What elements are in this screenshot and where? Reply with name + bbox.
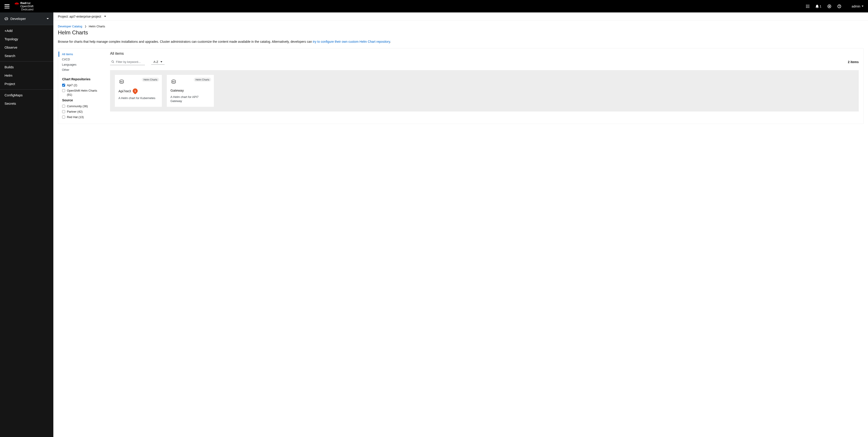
sort-dropdown[interactable]: A-Z [151,59,164,65]
search-icon [112,60,114,64]
filter-search-input[interactable] [110,59,145,65]
annotation-badge: 1 [132,87,139,94]
nav-topology[interactable]: Topology [0,35,53,43]
import-button[interactable] [827,4,831,8]
help-icon: ? [837,4,841,8]
configure-helm-repo-link[interactable]: try to configure their own custom Helm C… [313,40,390,43]
nav-search[interactable]: Search [0,52,53,60]
sidebar: Developer +Add Topology Observe Search B… [0,12,53,437]
code-icon [4,17,8,20]
chart-card-gateway[interactable]: Helm Charts HELM Gateway A Helm chart fo… [166,75,214,107]
nav-helm[interactable]: Helm [0,71,53,80]
nav-configmaps[interactable]: ConfigMaps [0,91,53,99]
nav-project[interactable]: Project [0,80,53,88]
project-dropdown[interactable]: Project: api7-enterprise-project [58,15,106,18]
svg-point-1 [14,4,19,6]
results-toolbar: A-Z 2 items [110,59,859,65]
breadcrumb: Developer Catalog ❯ Helm Charts [58,25,864,28]
perspective-label: Developer [10,17,26,21]
page-description: Browse for charts that help manage compl… [58,39,864,44]
chevron-down-icon [46,18,49,20]
brand-logo[interactable]: RedHat OpenShift Dedicated [14,2,33,11]
caret-down-icon [104,16,106,17]
caret-down-icon [862,6,864,7]
notifications-button[interactable]: 1 [815,4,822,8]
filter-repo-api7-checkbox[interactable] [62,84,65,87]
filter-repo-openshift[interactable]: OpenShift Helm Charts (91) [62,89,101,97]
nav-secrets[interactable]: Secrets [0,99,53,108]
card-description: A Helm chart for Kubernetes [119,96,158,100]
svg-rect-8 [806,7,807,8]
card-title: Gateway [170,88,184,92]
svg-rect-2 [806,5,807,5]
nav-observe[interactable]: Observe [0,43,53,52]
user-name: admin [852,4,860,8]
card-title: Api7ee3 [119,89,131,93]
filter-source-partner[interactable]: Partner (42) [62,110,101,114]
card-description: A Helm chart for API7 Gateway [170,95,210,103]
nav-add[interactable]: +Add [0,26,53,35]
apps-icon[interactable] [806,4,810,8]
filter-source-community[interactable]: Community (36) [62,104,101,108]
card-badge: Helm Charts [142,78,159,82]
main: Project: api7-enterprise-project Develop… [53,12,868,437]
notifications-count: 1 [819,4,822,8]
help-button[interactable]: ? [837,4,841,8]
redhat-icon [14,2,20,6]
topbar: RedHat OpenShift Dedicated 1 ? admin [0,0,868,12]
plus-circle-icon [828,4,831,8]
svg-text:HELM: HELM [171,81,176,83]
cards-container: Helm Charts HELM Api7ee3 1 A Helm chart … [110,70,859,112]
results-heading: All items [110,52,859,56]
filter-repo-openshift-checkbox[interactable] [62,89,65,92]
user-menu[interactable]: admin [847,4,864,8]
filter-type-all[interactable]: All items [59,52,101,57]
caret-down-icon [160,61,162,63]
card-badge: Helm Charts [194,78,211,82]
filter-source-redhat[interactable]: Red Hat (13) [62,115,101,119]
chevron-right-icon: ❯ [85,25,87,28]
filter-source-community-checkbox[interactable] [62,105,65,108]
project-bar: Project: api7-enterprise-project [53,12,868,21]
svg-rect-3 [807,5,808,5]
chart-repos-heading: Chart Repositories [62,77,101,81]
page-title: Helm Charts [58,29,864,36]
nav-builds[interactable]: Builds [0,63,53,71]
catalog: All items CI/CD Languages Other Chart Re… [58,48,864,124]
filter-type-languages[interactable]: Languages [59,62,101,67]
filter-source-redhat-checkbox[interactable] [62,116,65,119]
bell-icon [815,4,819,8]
source-heading: Source [62,98,101,102]
results-panel: All items A-Z 2 items [105,49,863,124]
svg-point-14 [112,61,114,62]
perspective-switcher[interactable]: Developer [0,12,53,25]
item-count: 2 items [848,60,859,64]
filter-source-partner-checkbox[interactable] [62,110,65,113]
filter-type-cicd[interactable]: CI/CD [59,57,101,62]
filter-search [110,59,145,65]
svg-rect-5 [806,6,807,6]
filter-type-other[interactable]: Other [59,67,101,72]
svg-text:?: ? [839,5,840,8]
breadcrumb-current: Helm Charts [89,25,105,28]
filters-panel: All items CI/CD Languages Other Chart Re… [58,49,105,124]
svg-rect-6 [807,6,808,6]
svg-text:HELM: HELM [119,81,124,83]
filter-repo-api7[interactable]: Api7 (2) [62,83,101,87]
svg-rect-4 [809,5,809,5]
nav-toggle-button[interactable] [4,4,9,8]
svg-rect-7 [809,6,809,6]
breadcrumb-root[interactable]: Developer Catalog [58,25,82,28]
chart-card-api7ee3[interactable]: Helm Charts HELM Api7ee3 1 A Helm chart … [115,75,162,107]
svg-rect-10 [809,7,809,8]
svg-rect-9 [807,7,808,8]
